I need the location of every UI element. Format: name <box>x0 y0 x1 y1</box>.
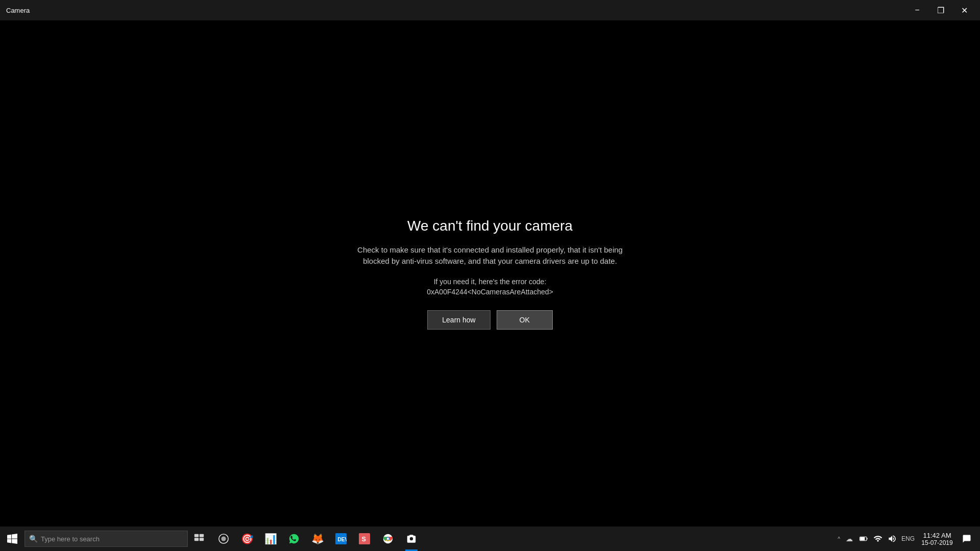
app-icon-5[interactable]: DEV <box>330 527 352 551</box>
title-bar-controls: − ❐ ✕ <box>905 2 976 18</box>
title-bar: Camera − ❐ ✕ <box>0 0 980 20</box>
ok-button[interactable]: OK <box>497 310 553 330</box>
app-title: Camera <box>6 7 30 14</box>
svg-text:S: S <box>362 535 366 543</box>
app-icon-3[interactable] <box>283 527 305 551</box>
app-icon-1[interactable]: 🎯 <box>236 527 258 551</box>
search-input: Type here to search <box>41 535 183 543</box>
close-button[interactable]: ✕ <box>952 2 976 18</box>
maximize-button[interactable]: ❐ <box>929 2 952 18</box>
show-hidden-icons[interactable]: ^ <box>836 527 842 551</box>
minimize-button[interactable]: − <box>905 2 929 18</box>
taskbar: 🔍 Type here to search 🎯 📊 <box>0 527 980 551</box>
learn-how-button[interactable]: Learn how <box>427 310 490 330</box>
search-icon: 🔍 <box>29 535 38 543</box>
start-button[interactable] <box>0 527 24 551</box>
error-code-label: If you need it, here's the error code: <box>357 278 623 286</box>
error-title: We can't find your camera <box>357 218 623 234</box>
cloud-tray-icon[interactable]: ☁ <box>842 527 856 551</box>
svg-rect-2 <box>194 538 199 541</box>
taskbar-right: ^ ☁ ENG 11:42 <box>836 527 980 551</box>
svg-point-5 <box>221 536 226 541</box>
search-bar[interactable]: 🔍 Type here to search <box>24 531 188 547</box>
title-bar-left: Camera <box>6 7 30 14</box>
camera-app-icon[interactable] <box>400 527 423 551</box>
clock-time: 11:42 AM <box>923 532 951 539</box>
main-content: We can't find your camera Check to make … <box>0 20 980 527</box>
chrome-icon[interactable] <box>377 527 399 551</box>
windows-icon <box>7 534 17 544</box>
dialog-buttons: Learn how OK <box>357 310 623 330</box>
svg-rect-15 <box>867 538 868 540</box>
cortana-icon[interactable] <box>212 527 235 551</box>
app-icon-2[interactable]: 📊 <box>259 527 282 551</box>
notification-center-button[interactable] <box>958 527 976 551</box>
network-tray-group[interactable] <box>871 527 885 551</box>
battery-tray-icon[interactable] <box>856 527 871 551</box>
taskbar-icons: 🎯 📊 🦊 DEV S <box>210 527 836 551</box>
app-icon-4[interactable]: 🦊 <box>306 527 329 551</box>
app-icon-6[interactable]: S <box>353 527 376 551</box>
svg-rect-3 <box>200 538 204 541</box>
svg-rect-1 <box>200 534 204 537</box>
error-code: 0xA00F4244<NoCamerasAreAttached> <box>357 288 623 296</box>
error-description: Check to make sure that it's connected a… <box>357 244 623 267</box>
error-container: We can't find your camera Check to make … <box>357 218 623 330</box>
svg-point-13 <box>387 538 389 540</box>
svg-text:DEV: DEV <box>338 537 347 542</box>
clock-area[interactable]: 11:42 AM 15-07-2019 <box>917 527 958 551</box>
volume-tray-icon[interactable] <box>885 527 899 551</box>
clock-date: 15-07-2019 <box>921 539 952 546</box>
task-view-button[interactable] <box>188 527 210 551</box>
svg-rect-16 <box>860 537 865 540</box>
svg-rect-0 <box>194 534 199 537</box>
task-view-icon <box>194 534 204 544</box>
language-indicator[interactable]: ENG <box>899 527 917 551</box>
wifi-icon <box>871 527 885 551</box>
